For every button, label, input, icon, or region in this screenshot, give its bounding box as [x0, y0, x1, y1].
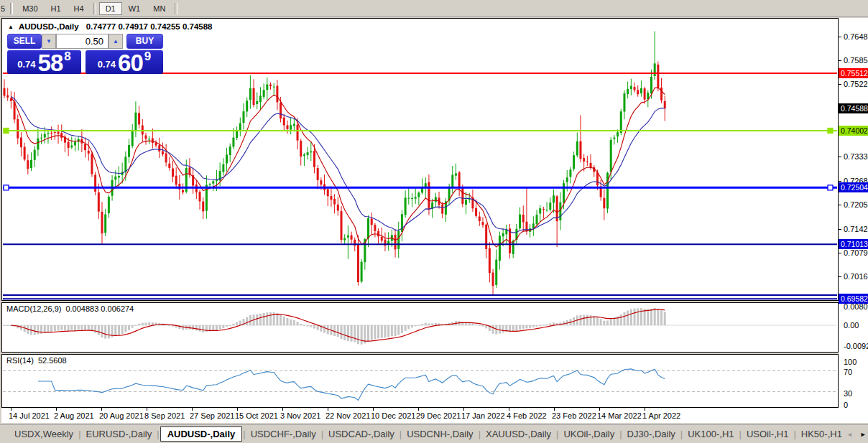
sell-price-pips: 58 — [38, 52, 63, 73]
volume-decrease-button[interactable]: ▼ — [42, 34, 56, 49]
chart-ohlc-values: 0.74777 0.74917 0.74255 0.74588 — [86, 22, 213, 31]
sell-price-point: 8 — [64, 50, 70, 64]
date-label: 14 Mar 2022 — [597, 411, 642, 420]
date-tick — [56, 408, 57, 411]
date-label: 27 Sep 2021 — [190, 411, 234, 420]
rsi-name: RSI(14) — [6, 356, 34, 365]
tab-usdcad-daily[interactable]: USDCAD-,Daily — [324, 426, 399, 442]
date-label: 17 Jan 2022 — [461, 411, 505, 420]
date-label: 3 Nov 2021 — [280, 411, 320, 420]
date-label: 1 Apr 2022 — [642, 411, 680, 420]
date-axis: 14 Jul 20212 Aug 202120 Aug 20218 Sep 20… — [1, 408, 839, 423]
price-badge-black: 0.74588 — [839, 103, 868, 113]
chart-title: ▲ AUDUSD-,Daily 0.74777 0.74917 0.74255 … — [8, 22, 213, 31]
macd-label: MACD(12,26,9)0.004883 0.006274 — [6, 304, 134, 313]
date-label: 23 Feb 2022 — [552, 411, 596, 420]
timeframe-button-d1[interactable]: D1 — [99, 2, 122, 15]
date-tick — [147, 408, 147, 411]
timeframe-button-h4[interactable]: H4 — [68, 2, 91, 15]
buy-price-pips: 60 — [118, 52, 143, 73]
buy-price-box[interactable]: 0.74 60 9 — [86, 50, 163, 74]
rsi-axis-label: 100 — [844, 358, 857, 366]
tab-scroll-right-icon[interactable]: ► — [860, 431, 867, 438]
buy-price-base: 0.74 — [98, 59, 116, 70]
volume-input[interactable]: 0.50 — [56, 34, 108, 49]
date-tick — [418, 408, 419, 411]
tab-separator: | — [739, 429, 742, 439]
date-tick — [101, 408, 102, 411]
date-tick — [463, 408, 464, 411]
tab-xauusd-daily[interactable]: XAUUSD-,Daily — [481, 426, 555, 442]
timeframe-button-h1[interactable]: H1 — [45, 2, 68, 15]
rsi-label: RSI(14)52.5608 — [6, 356, 67, 365]
tab-scroll-left-icon[interactable]: ◄ — [846, 431, 853, 438]
date-tick — [11, 408, 11, 411]
rsi-chart — [2, 355, 838, 407]
buy-price-point: 9 — [144, 50, 151, 64]
date-label: 14 Jul 2021 — [9, 411, 50, 420]
date-label: 2 Aug 2021 — [54, 411, 94, 420]
tab-usdchf-daily[interactable]: USDCHF-,Daily — [246, 426, 320, 442]
timeframe-toolbar: 5M30H1H4D1W1MN — [0, 0, 868, 17]
collapse-triangle-icon[interactable]: ▲ — [8, 24, 14, 30]
tab-separator: | — [78, 429, 80, 439]
tab-ukoil-daily[interactable]: UKOil-,Daily — [559, 426, 619, 442]
sell-button[interactable]: SELL — [7, 34, 42, 49]
date-label: 4 Feb 2022 — [507, 411, 547, 420]
rsi-panel — [1, 354, 839, 408]
rsi-axis-label: 0 — [844, 401, 848, 409]
date-label: 10 Dec 2021 — [371, 411, 415, 420]
date-tick — [282, 408, 283, 411]
date-tick — [554, 408, 555, 411]
chart-symbol-label: AUDUSD-,Daily — [19, 22, 79, 31]
date-tick — [509, 408, 509, 411]
tab-separator: | — [157, 429, 159, 439]
timeframe-button-partial[interactable]: 5 — [0, 4, 7, 13]
macd-axis-label: 0.008061 — [844, 302, 868, 311]
date-tick — [373, 408, 374, 411]
tab-usoil-h1[interactable]: USOil-,H1 — [742, 426, 793, 442]
tab-usdcnh-daily[interactable]: USDCNH-,Daily — [402, 426, 477, 442]
price-axis: 0.764800.758500.755120.752200.745880.740… — [839, 18, 868, 423]
timeframe-button-mn[interactable]: MN — [147, 2, 172, 15]
date-tick — [192, 408, 193, 411]
tab-uk100-h1[interactable]: UK100-,H1 — [683, 426, 738, 442]
date-tick — [237, 408, 238, 411]
price-badge-blue: 0.72504 — [839, 182, 868, 192]
price-badge-red: 0.75512 — [839, 68, 868, 78]
price-badge-green: 0.74002 — [839, 126, 868, 136]
date-tick — [599, 408, 600, 411]
buy-button[interactable]: BUY — [126, 34, 163, 49]
spin-down-icon: ▼ — [46, 38, 52, 45]
date-tick — [328, 408, 328, 411]
tab-separator: | — [321, 429, 323, 439]
timeframe-button-m30[interactable]: M30 — [16, 2, 44, 15]
tab-hk50-h1[interactable]: HK50-,H1 — [797, 426, 846, 442]
tab-separator: | — [680, 429, 683, 439]
sell-price-box[interactable]: 0.74 58 8 — [7, 50, 81, 74]
tab-eurusd-daily[interactable]: EURUSD-,Daily — [82, 426, 157, 442]
toolbar-separator — [10, 3, 13, 14]
macd-axis-label: 0.00 — [844, 321, 859, 330]
macd-axis-label: -0.00928 — [844, 342, 868, 350]
toolbar-separator — [93, 3, 96, 14]
tab-separator: | — [243, 429, 245, 439]
tab-dj30-daily[interactable]: DJ30-,Daily — [623, 426, 680, 442]
spin-up-icon: ▲ — [113, 38, 119, 45]
rsi-axis-label: 30 — [844, 389, 852, 398]
date-tick — [645, 408, 645, 411]
rsi-value: 52.5608 — [38, 356, 67, 365]
timeframe-button-w1[interactable]: W1 — [122, 2, 147, 15]
tab-audusd-daily[interactable]: AUDUSD-,Daily — [160, 426, 243, 442]
date-label: 15 Oct 2021 — [235, 411, 278, 420]
volume-increase-button[interactable]: ▲ — [108, 34, 123, 49]
tab-usdx-weekly[interactable]: USDX,Weekly — [10, 426, 78, 442]
tab-scroll-arrows: ◄► — [846, 431, 867, 438]
tab-separator: | — [556, 429, 558, 439]
date-label: 20 Aug 2021 — [99, 411, 144, 420]
macd-values: 0.004883 0.006274 — [65, 304, 134, 313]
tab-separator: | — [619, 429, 622, 439]
symbol-tabbar: USDX,Weekly|EURUSD-,Daily|AUDUSD-,Daily|… — [0, 424, 868, 443]
rsi-axis-label: 70 — [844, 368, 852, 376]
tab-separator: | — [479, 429, 481, 439]
